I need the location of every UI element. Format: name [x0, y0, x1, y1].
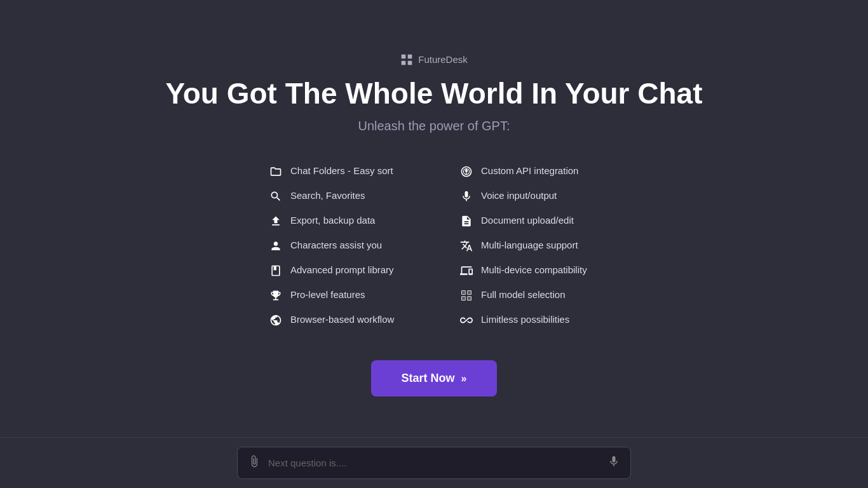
api-icon — [459, 165, 473, 179]
feature-browser-workflow: Browser-based workflow — [269, 308, 409, 332]
devices-icon — [459, 264, 473, 278]
feature-multi-device-label: Multi-device compatibility — [481, 263, 587, 276]
feature-prompt-library: Advanced prompt library — [269, 258, 409, 283]
feature-browser-workflow-label: Browser-based workflow — [290, 313, 394, 326]
feature-multi-language: Multi-language support — [459, 233, 599, 258]
book-icon — [269, 264, 283, 278]
character-icon — [269, 239, 283, 253]
svg-rect-3 — [408, 61, 412, 65]
feature-search-favorites: Search, Favorites — [269, 184, 409, 208]
feature-custom-api: Custom API integration — [459, 159, 599, 184]
grid-icon — [459, 288, 473, 302]
globe-icon — [269, 313, 283, 327]
brand-name: FutureDesk — [418, 54, 468, 65]
feature-export-backup-label: Export, backup data — [290, 214, 375, 227]
attach-icon[interactable] — [248, 455, 261, 471]
feature-model-selection: Full model selection — [459, 283, 599, 308]
logo-icon — [400, 53, 413, 66]
feature-export-backup: Export, backup data — [269, 208, 409, 233]
bottom-bar — [0, 437, 868, 488]
feature-characters: Characters assist you — [269, 233, 409, 258]
feature-document-upload-label: Document upload/edit — [481, 214, 574, 227]
features-right: Custom API integration Voice input/outpu… — [459, 159, 599, 332]
start-now-label: Start Now — [402, 372, 455, 385]
svg-rect-1 — [408, 55, 412, 59]
export-icon — [269, 214, 283, 228]
chevron-double-icon: » — [461, 373, 467, 384]
svg-rect-8 — [468, 297, 471, 300]
folder-icon — [269, 165, 283, 179]
feature-multi-device: Multi-device compatibility — [459, 258, 599, 283]
mic-input-icon[interactable] — [607, 455, 620, 471]
trophy-icon — [269, 288, 283, 302]
infinity-icon — [459, 313, 473, 327]
feature-prompt-library-label: Advanced prompt library — [290, 263, 394, 276]
svg-rect-7 — [462, 297, 465, 300]
features-left: Chat Folders - Easy sort Search, Favorit… — [269, 159, 409, 332]
feature-model-selection-label: Full model selection — [481, 288, 566, 301]
svg-rect-0 — [402, 55, 406, 59]
chat-input[interactable] — [268, 458, 600, 468]
features-grid: Chat Folders - Easy sort Search, Favorit… — [269, 159, 599, 332]
chat-input-container — [237, 447, 631, 479]
feature-document-upload: Document upload/edit — [459, 208, 599, 233]
svg-rect-2 — [402, 61, 406, 65]
feature-limitless-label: Limitless possibilities — [481, 313, 569, 326]
mic-icon — [459, 189, 473, 203]
feature-pro-features: Pro-level features — [269, 283, 409, 308]
feature-custom-api-label: Custom API integration — [481, 164, 578, 177]
feature-multi-language-label: Multi-language support — [481, 238, 578, 252]
svg-rect-6 — [468, 291, 471, 294]
feature-pro-features-label: Pro-level features — [290, 288, 365, 301]
subtitle: Unleash the power of GPT: — [358, 119, 510, 133]
feature-chat-folders-label: Chat Folders - Easy sort — [290, 164, 393, 177]
start-now-button[interactable]: Start Now » — [371, 360, 498, 396]
feature-chat-folders: Chat Folders - Easy sort — [269, 159, 409, 184]
feature-characters-label: Characters assist you — [290, 238, 382, 252]
document-icon — [459, 214, 473, 228]
logo-row: FutureDesk — [400, 53, 468, 66]
feature-limitless: Limitless possibilities — [459, 308, 599, 332]
feature-voice-input: Voice input/output — [459, 184, 599, 208]
translate-icon — [459, 239, 473, 253]
main-title: You Got The Whole World In Your Chat — [166, 76, 703, 111]
main-content: FutureDesk You Got The Whole World In Yo… — [166, 0, 703, 437]
feature-search-favorites-label: Search, Favorites — [290, 189, 365, 202]
feature-voice-input-label: Voice input/output — [481, 189, 557, 202]
search-icon — [269, 189, 283, 203]
svg-rect-5 — [462, 291, 465, 294]
